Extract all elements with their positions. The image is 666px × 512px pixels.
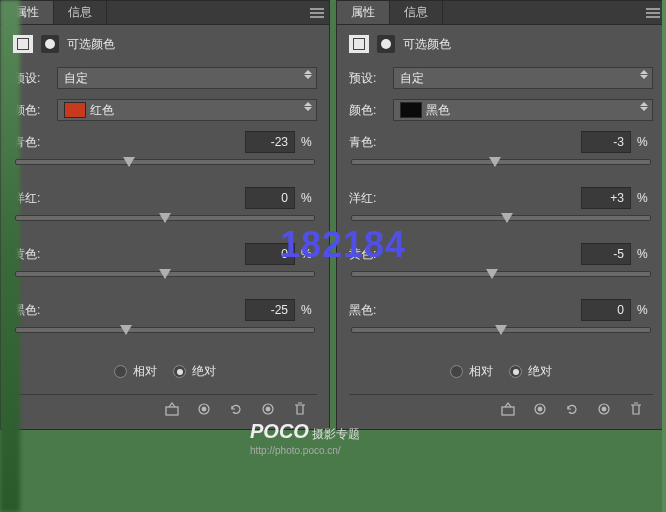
color-swatch	[400, 102, 422, 118]
svg-point-7	[538, 407, 542, 411]
slider-black-thumb[interactable]	[120, 325, 132, 335]
slider-black-value[interactable]: 0	[581, 299, 631, 321]
slider-yellow-value[interactable]: 0	[245, 243, 295, 265]
slider-yellow: 黄色: 0 %	[13, 243, 317, 291]
reset-icon[interactable]	[227, 401, 245, 417]
panel-title: 可选颜色	[67, 36, 115, 53]
slider-yellow-track[interactable]	[15, 271, 315, 277]
slider-cyan-track[interactable]	[15, 159, 315, 165]
slider-black-thumb[interactable]	[495, 325, 507, 335]
slider-magenta-value[interactable]: 0	[245, 187, 295, 209]
preset-dropdown[interactable]: 自定	[393, 67, 653, 89]
svg-point-4	[266, 407, 270, 411]
slider-magenta-thumb[interactable]	[501, 213, 513, 223]
svg-point-9	[602, 407, 606, 411]
color-name: 黑色	[426, 102, 450, 119]
slider-black-track[interactable]	[351, 327, 651, 333]
preset-dropdown[interactable]: 自定	[57, 67, 317, 89]
slider-cyan-thumb[interactable]	[123, 157, 135, 167]
view-previous-icon[interactable]	[531, 401, 549, 417]
mask-icon[interactable]	[41, 35, 59, 53]
toggle-visibility-icon[interactable]	[595, 401, 613, 417]
bottom-toolbar	[13, 394, 317, 423]
reset-icon[interactable]	[563, 401, 581, 417]
toggle-visibility-icon[interactable]	[259, 401, 277, 417]
preset-label: 预设:	[349, 70, 385, 87]
radio-absolute-label: 绝对	[192, 363, 216, 380]
slider-magenta-label: 洋红:	[349, 190, 581, 207]
view-previous-icon[interactable]	[195, 401, 213, 417]
slider-black-value[interactable]: -25	[245, 299, 295, 321]
color-swatch	[64, 102, 86, 118]
slider-magenta: 洋红: 0 %	[13, 187, 317, 235]
slider-cyan-value[interactable]: -23	[245, 131, 295, 153]
slider-black: 黑色: -25 %	[13, 299, 317, 347]
selective-color-panel-0: 属性 信息 可选颜色 预设: 自定 颜色:	[0, 0, 330, 430]
background-blur	[662, 0, 666, 512]
tab-info[interactable]: 信息	[54, 1, 107, 24]
slider-cyan: 青色: -23 %	[13, 131, 317, 179]
slider-yellow-track[interactable]	[351, 271, 651, 277]
delete-icon[interactable]	[627, 401, 645, 417]
color-name: 红色	[90, 102, 114, 119]
delete-icon[interactable]	[291, 401, 309, 417]
slider-cyan-unit: %	[637, 135, 653, 149]
radio-relative-label: 相对	[469, 363, 493, 380]
slider-magenta-track[interactable]	[15, 215, 315, 221]
color-label: 颜色:	[349, 102, 385, 119]
slider-yellow-value[interactable]: -5	[581, 243, 631, 265]
svg-rect-0	[166, 407, 178, 415]
slider-black-unit: %	[637, 303, 653, 317]
slider-cyan-label: 青色:	[13, 134, 245, 151]
tab-properties[interactable]: 属性	[337, 1, 390, 24]
slider-yellow-thumb[interactable]	[159, 269, 171, 279]
slider-magenta-thumb[interactable]	[159, 213, 171, 223]
selective-color-panel-1: 属性 信息 可选颜色 预设: 自定 颜色:	[336, 0, 666, 430]
preset-value: 自定	[64, 70, 88, 87]
background-blur	[0, 0, 20, 512]
svg-point-2	[202, 407, 206, 411]
radio-absolute-label: 绝对	[528, 363, 552, 380]
slider-black-label: 黑色:	[13, 302, 245, 319]
adjustment-icon	[349, 35, 369, 53]
panel-title: 可选颜色	[403, 36, 451, 53]
radio-relative[interactable]: 相对	[114, 363, 157, 380]
slider-black-unit: %	[301, 303, 317, 317]
slider-yellow-thumb[interactable]	[486, 269, 498, 279]
slider-cyan: 青色: -3 %	[349, 131, 653, 179]
slider-black-track[interactable]	[15, 327, 315, 333]
adjustment-icon	[13, 35, 33, 53]
radio-absolute[interactable]: 绝对	[173, 363, 216, 380]
clip-to-layer-icon[interactable]	[499, 401, 517, 417]
watermark-url: http://photo.poco.cn/	[250, 445, 341, 456]
slider-magenta-value[interactable]: +3	[581, 187, 631, 209]
slider-cyan-label: 青色:	[349, 134, 581, 151]
radio-absolute[interactable]: 绝对	[509, 363, 552, 380]
slider-cyan-thumb[interactable]	[489, 157, 501, 167]
tab-bar: 属性 信息	[1, 1, 329, 25]
slider-yellow-label: 黄色:	[349, 246, 581, 263]
slider-yellow-unit: %	[301, 247, 317, 261]
clip-to-layer-icon[interactable]	[163, 401, 181, 417]
slider-cyan-track[interactable]	[351, 159, 651, 165]
slider-yellow: 黄色: -5 %	[349, 243, 653, 291]
slider-black: 黑色: 0 %	[349, 299, 653, 347]
radio-relative[interactable]: 相对	[450, 363, 493, 380]
slider-magenta-unit: %	[637, 191, 653, 205]
bottom-toolbar	[349, 394, 653, 423]
slider-cyan-unit: %	[301, 135, 317, 149]
preset-value: 自定	[400, 70, 424, 87]
method-radio-group: 相对 绝对	[13, 363, 317, 380]
tab-info[interactable]: 信息	[390, 1, 443, 24]
slider-magenta-label: 洋红:	[13, 190, 245, 207]
color-dropdown[interactable]: 红色	[57, 99, 317, 121]
panel-menu-button[interactable]	[305, 1, 329, 24]
method-radio-group: 相对 绝对	[349, 363, 653, 380]
slider-magenta-track[interactable]	[351, 215, 651, 221]
color-dropdown[interactable]: 黑色	[393, 99, 653, 121]
slider-yellow-label: 黄色:	[13, 246, 245, 263]
slider-magenta: 洋红: +3 %	[349, 187, 653, 235]
slider-cyan-value[interactable]: -3	[581, 131, 631, 153]
slider-black-label: 黑色:	[349, 302, 581, 319]
mask-icon[interactable]	[377, 35, 395, 53]
